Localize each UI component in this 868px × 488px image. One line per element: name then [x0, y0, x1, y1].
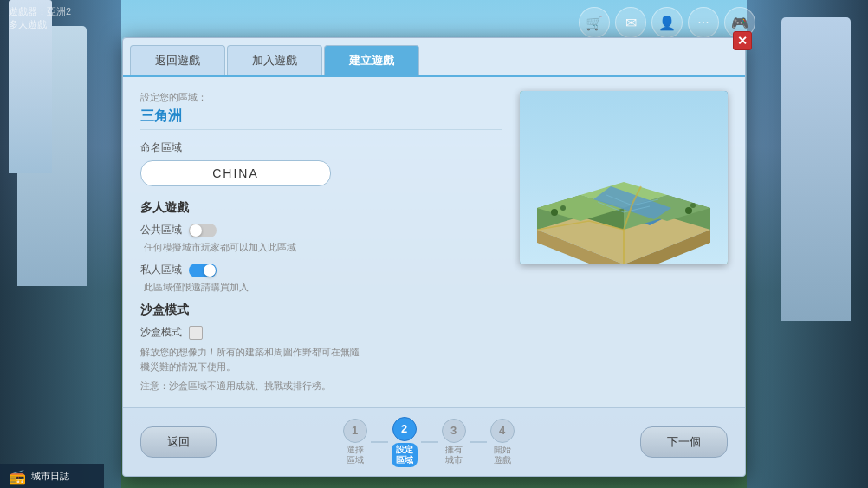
sandbox-desc2: 注意：沙盒區域不適用成就、挑戰或排行榜。	[140, 379, 366, 394]
public-region-row: 公共區域	[140, 223, 502, 237]
dialog-right-panel	[520, 91, 728, 394]
region-name: 三角洲	[140, 107, 502, 130]
multiplayer-title: 多人遊戲	[140, 200, 502, 216]
private-region-label: 私人區域	[140, 263, 182, 277]
sandbox-checkbox-label: 沙盒模式	[140, 325, 182, 340]
name-section-label: 命名區域	[140, 140, 502, 155]
svg-point-17	[690, 203, 696, 208]
region-name-input[interactable]	[140, 160, 331, 186]
step-1-label: 選擇區域	[347, 445, 364, 465]
bottom-nav: 返回 1 選擇區域 2 設定區域	[123, 407, 745, 476]
public-region-desc: 任何模擬城市玩家都可以加入此區域	[144, 241, 502, 254]
step-4-circle: 4	[490, 419, 515, 443]
step-1-circle: 1	[343, 419, 367, 443]
close-button[interactable]: ✕	[733, 31, 752, 50]
svg-point-14	[551, 209, 558, 216]
dialog-overlay: 進入遊戲 ✕ 返回遊戲 加入遊戲 建立遊戲 設定您的區域： 三角洲 命名區域 多…	[0, 0, 868, 488]
step-2: 2 設定區域	[392, 417, 418, 467]
step-connector-1	[371, 441, 388, 443]
step-3: 3 擁有城市	[442, 419, 466, 465]
dialog-left-panel: 設定您的區域： 三角洲 命名區域 多人遊戲 公共區域 任何模擬城市玩家都可以加入…	[140, 91, 502, 394]
private-region-row: 私人區域	[140, 263, 502, 277]
step-2-circle: 2	[392, 417, 417, 441]
status-label: 城市日誌	[31, 470, 69, 483]
private-region-toggle[interactable]	[189, 264, 217, 277]
svg-point-15	[560, 205, 566, 211]
name-input-wrapper	[140, 160, 502, 186]
step-bar: 1 選擇區域 2 設定區域 3 擁有城市	[343, 417, 515, 467]
step-2-label: 設定區域	[392, 443, 418, 467]
map-svg	[520, 91, 728, 264]
sandbox-row: 沙盒模式	[140, 325, 502, 340]
map-preview	[520, 91, 728, 264]
main-dialog: ✕ 返回遊戲 加入遊戲 建立遊戲 設定您的區域： 三角洲 命名區域 多人遊戲 公…	[122, 37, 746, 477]
dialog-body: 設定您的區域： 三角洲 命名區域 多人遊戲 公共區域 任何模擬城市玩家都可以加入…	[123, 77, 745, 407]
private-region-desc: 此區域僅限邀請購買加入	[144, 281, 502, 294]
status-icon: 📻	[9, 468, 26, 485]
svg-point-16	[685, 207, 692, 214]
step-1: 1 選擇區域	[343, 419, 367, 465]
step-3-label: 擁有城市	[445, 445, 463, 465]
step-connector-3	[470, 441, 487, 443]
step-4: 4 開始遊戲	[490, 419, 515, 465]
tab-return[interactable]: 返回遊戲	[130, 45, 225, 75]
step-3-circle: 3	[442, 419, 466, 443]
next-button[interactable]: 下一個	[640, 426, 728, 458]
tab-create[interactable]: 建立遊戲	[324, 45, 419, 75]
tab-join[interactable]: 加入遊戲	[227, 45, 322, 75]
public-region-label: 公共區域	[140, 223, 182, 237]
tab-bar: 返回遊戲 加入遊戲 建立遊戲	[123, 38, 745, 77]
back-button[interactable]: 返回	[140, 426, 217, 458]
sandbox-title: 沙盒模式	[140, 303, 502, 318]
sandbox-checkbox[interactable]	[189, 326, 203, 340]
public-region-toggle[interactable]	[189, 224, 217, 237]
region-hint: 設定您的區域：	[140, 91, 502, 104]
step-connector-2	[421, 441, 438, 443]
sandbox-desc1: 解放您的想像力！所有的建築和周圍作野都可在無隨機災難的情況下使用。	[140, 345, 366, 374]
status-bar: 📻 城市日誌	[0, 464, 104, 488]
step-4-label: 開始遊戲	[494, 445, 511, 465]
